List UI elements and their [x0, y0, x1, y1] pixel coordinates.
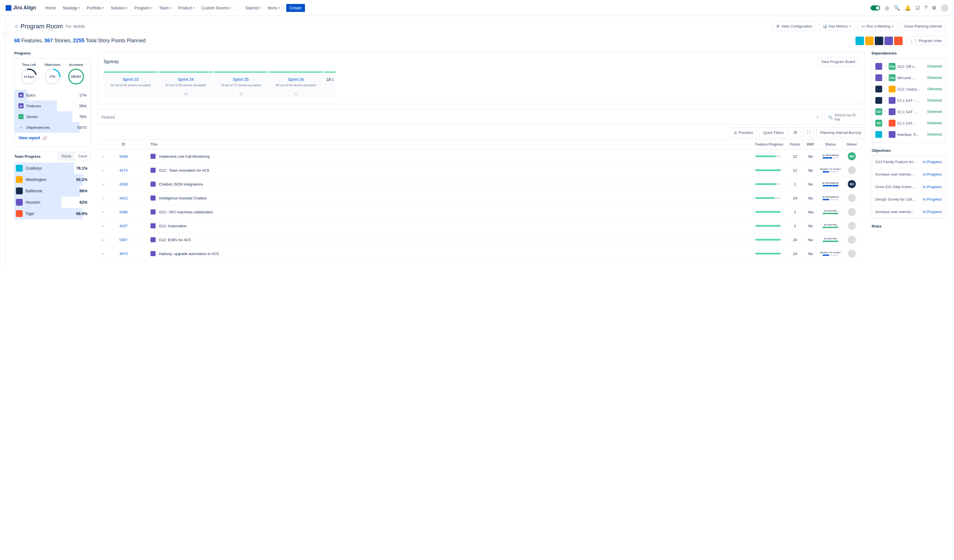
expand-row-icon[interactable]: ›	[102, 210, 103, 214]
row-title[interactable]: G12 : AP2 machines stabilization	[159, 210, 213, 214]
sprint-link[interactable]: Sprint 24	[178, 77, 194, 82]
row-title[interactable]: G12 : Team innovation for AC5	[159, 168, 209, 173]
team-row[interactable]: Washington 90.2%	[14, 174, 91, 185]
row-title[interactable]: Intelligence Assisted Chatbot	[159, 196, 206, 200]
notification-icon[interactable]: 🔔	[905, 5, 911, 11]
expand-row-icon[interactable]: ›	[102, 168, 103, 173]
run-meeting-button[interactable]: ▭Run a Meeting▾	[858, 22, 898, 31]
row-title[interactable]: Chatbot JSON integrations	[159, 182, 203, 187]
help-icon[interactable]: ?	[924, 5, 928, 11]
progress-row-stories[interactable]: ✓ Stories 76%	[14, 111, 90, 122]
tab-points[interactable]: Points	[58, 152, 75, 160]
expand-icon-button[interactable]: ⛶	[803, 128, 814, 138]
row-id-link[interactable]: 4273	[111, 168, 136, 173]
th-progress[interactable]: Feature Progress	[755, 142, 787, 146]
tab-count[interactable]: Count	[75, 152, 90, 160]
nav-items[interactable]: Items▾	[265, 4, 282, 12]
objective-row[interactable]: G13 Family Feature for... In Progress	[875, 156, 942, 168]
close-planning-interval-button[interactable]: Close Planning Interval	[900, 22, 946, 31]
nav-starred[interactable]: Starred▾	[242, 4, 263, 12]
row-id-link[interactable]: 4209	[111, 182, 136, 187]
dependency-row[interactable]: → Cha G12: DB c... Delivered	[875, 61, 942, 72]
expand-sidebar-button[interactable]: ›	[2, 30, 9, 37]
th-title[interactable]: Title	[136, 142, 755, 146]
team-row[interactable]: Tiger 88.8%	[14, 208, 91, 219]
row-id-link[interactable]: 5387	[111, 238, 136, 242]
key-metrics-button[interactable]: 📊Key Metrics▾	[819, 22, 855, 31]
sprint-link[interactable]: Sprint 25	[233, 77, 249, 82]
dependency-row[interactable]: → Interface: P... Delivered	[875, 129, 942, 140]
toggle-switch[interactable]	[871, 5, 880, 11]
expand-row-icon[interactable]: ›	[102, 252, 103, 256]
th-owner[interactable]: Owner	[843, 142, 860, 146]
th-status[interactable]: Status	[818, 142, 843, 146]
expand-row-icon[interactable]: ›	[102, 224, 103, 228]
dependency-row[interactable]: GD → V2.1 SAT ... Delivered	[875, 106, 942, 117]
team-icon-cowboys[interactable]	[856, 37, 864, 45]
th-id[interactable]: ID	[111, 142, 136, 146]
team-icon-tiger[interactable]	[894, 37, 903, 45]
owner-avatar[interactable]	[848, 222, 856, 230]
sprint-column[interactable]: Sprint 23 55 out of 60 stories accepted	[104, 72, 157, 98]
expand-row-icon[interactable]: ›	[102, 196, 103, 200]
objective-row[interactable]: Grow iOS Daily Active ... In Progress	[875, 181, 942, 193]
search-input[interactable]: 🔍Search by ID, Nar	[825, 110, 865, 124]
dependency-row[interactable]: → V2.1 SAT - ... Delivered	[875, 95, 942, 106]
th-mmf[interactable]: MMF	[803, 142, 818, 146]
team-icon-houston[interactable]	[884, 37, 893, 45]
objective-row[interactable]: Increase user retentio... In Progress	[875, 168, 942, 181]
objective-row[interactable]: Design Survey for Call... In Progress	[875, 193, 942, 206]
owner-avatar[interactable]	[848, 250, 856, 258]
objective-row[interactable]: Increase user retentio... In Progress	[875, 206, 942, 218]
nav-portfolio[interactable]: Portfolio▾	[84, 4, 107, 12]
feature-select[interactable]: Feature▾	[98, 110, 822, 124]
row-title[interactable]: G12: Automation	[159, 224, 187, 228]
stories-count[interactable]: 367	[44, 38, 53, 44]
sprint-column[interactable]: Sprint 26 50 out of 54 stories accepted …	[269, 72, 323, 98]
dependency-row[interactable]: GD → V2.1 SAT ... Delivered	[875, 117, 942, 129]
checkbox-icon[interactable]: ☑	[915, 5, 920, 11]
row-id-link[interactable]: 5386	[111, 210, 136, 214]
nav-home[interactable]: Home	[42, 4, 58, 12]
team-row[interactable]: Cowboys 78.1%	[14, 163, 91, 174]
sprint-column[interactable]: Sprint 25 70 out of 72 stories accepted …	[214, 72, 268, 98]
sprint-link[interactable]: Sprint 26	[288, 77, 304, 82]
progress-row-epics[interactable]: ◆ Epics 17%	[14, 90, 90, 100]
owner-avatar[interactable]	[848, 236, 856, 244]
owner-avatar[interactable]: NO	[848, 180, 856, 188]
sprint-column-more[interactable]: 18 c	[324, 72, 336, 98]
view-configuration-button[interactable]: ⚙View Configuration	[773, 22, 816, 31]
team-row[interactable]: Houston 62%	[14, 197, 91, 208]
user-avatar[interactable]	[941, 4, 948, 12]
expand-row-icon[interactable]: ›	[102, 238, 103, 242]
progress-row-features[interactable]: ◆ Features 56%	[14, 100, 90, 111]
dependency-row[interactable]: → G12: Hadoo... Delivered	[875, 83, 942, 95]
page-context[interactable]: Mobile	[73, 24, 85, 29]
row-id-link[interactable]: 3422	[111, 196, 136, 200]
nav-solution[interactable]: Solution▾	[108, 4, 131, 12]
team-icon-washington[interactable]	[865, 37, 874, 45]
star-icon[interactable]: ☆	[14, 23, 19, 30]
expand-row-icon[interactable]: ›	[102, 154, 103, 159]
quick-filters-button[interactable]: Quick Filters	[759, 128, 787, 138]
view-report-link[interactable]: View report📈	[14, 133, 90, 143]
row-title[interactable]: Hadoop: upgrade automation in AC5	[159, 252, 219, 256]
row-id-link[interactable]: 5426	[111, 154, 136, 159]
owner-avatar[interactable]	[848, 194, 856, 202]
sprint-link[interactable]: Sprint 23	[123, 77, 139, 82]
burnup-button[interactable]: Planning Interval BurnUp	[816, 128, 865, 138]
team-icon-baltimore[interactable]	[875, 37, 883, 45]
dependency-row[interactable]: → Cha Mirrored ... Delivered	[875, 72, 942, 83]
team-row[interactable]: Baltimore 86%	[14, 185, 91, 197]
nav-strategy[interactable]: Strategy▾	[60, 4, 83, 12]
nav-product[interactable]: Product▾	[176, 4, 197, 12]
row-title[interactable]: G12: ESRs for AC5	[159, 238, 191, 242]
row-id-link[interactable]: 3973	[111, 252, 136, 256]
th-points[interactable]: Points	[787, 142, 803, 146]
search-icon[interactable]: 🔍	[894, 5, 900, 11]
owner-avatar[interactable]: MD	[848, 152, 856, 160]
expand-row-icon[interactable]: ›	[102, 182, 103, 187]
features-count[interactable]: 68	[14, 38, 20, 44]
nav-team[interactable]: Team▾	[156, 4, 174, 12]
create-button[interactable]: Create	[286, 4, 305, 12]
